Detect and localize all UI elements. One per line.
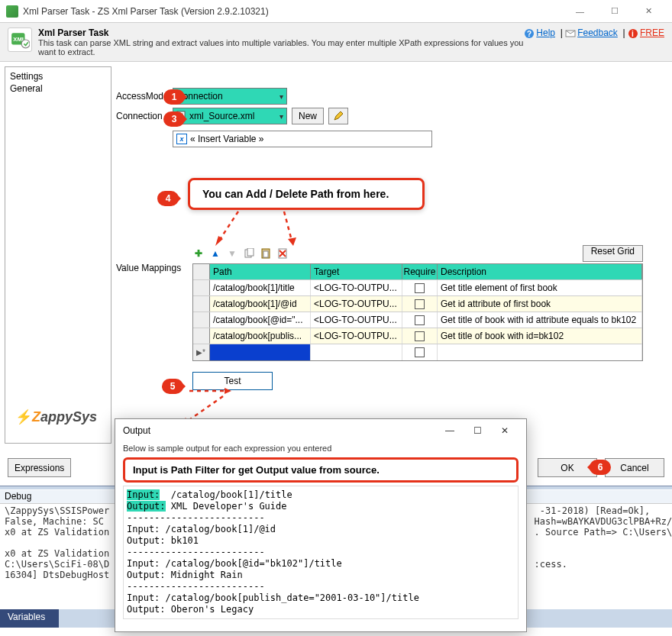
callout-5: 5 <box>162 379 183 394</box>
tree-item-general[interactable]: General <box>10 82 106 95</box>
pencil-icon <box>333 111 344 121</box>
col-path[interactable]: Path <box>210 264 311 279</box>
svg-rect-12 <box>263 251 268 257</box>
expressions-button[interactable]: Expressions <box>8 458 71 477</box>
free-link[interactable]: FREE <box>640 27 664 38</box>
reset-grid-button[interactable]: Reset Grid <box>583 245 643 262</box>
header-title: Xml Parser Task <box>38 27 524 38</box>
svg-point-2 <box>21 40 30 48</box>
connection-value: xml_Source.xml <box>189 111 254 121</box>
callout-6: 6 <box>590 460 611 475</box>
require-checkbox[interactable] <box>415 299 425 309</box>
grid-toolbar: ✚ ▲ ▼ Reset Grid <box>192 245 643 262</box>
new-connection-button[interactable]: New <box>292 108 324 124</box>
callout-4: 4 <box>157 191 179 206</box>
table-row-new[interactable]: ▶* <box>193 344 642 360</box>
task-icon: XML <box>8 27 32 52</box>
callout-3: 3 <box>163 111 185 127</box>
popup-close[interactable]: ✕ <box>491 420 519 441</box>
callout-add-delete: You can Add / Delete Path from here. <box>188 178 425 210</box>
require-checkbox[interactable] <box>415 347 425 357</box>
edit-connection-button[interactable] <box>328 108 348 124</box>
feedback-link[interactable]: Feedback <box>577 27 618 38</box>
col-description[interactable]: Description <box>438 264 642 279</box>
help-icon: ? <box>524 28 535 39</box>
right-pane: AccessMode: Connection ▾ Connection xml_… <box>116 66 667 444</box>
table-row[interactable]: /catalog/book[1]/@id <LOG-TO-OUTPU... Ge… <box>193 296 642 312</box>
paste-icon[interactable] <box>260 247 272 260</box>
popup-subtitle: Below is sample output for each expressi… <box>115 442 526 454</box>
chevron-down-icon: ▾ <box>279 92 283 101</box>
info-icon: i <box>628 28 638 39</box>
arrow-to-delete-icon <box>276 211 307 252</box>
insert-variable-field[interactable]: x « Insert Variable » <box>173 131 432 147</box>
main-area: Settings General AccessMode: Connection … <box>0 62 672 448</box>
require-checkbox[interactable] <box>415 283 425 293</box>
svg-marker-19 <box>225 388 231 394</box>
svg-rect-10 <box>247 248 254 256</box>
maximize-button[interactable]: ☐ <box>597 0 632 22</box>
variables-tab[interactable]: Variables <box>0 609 59 628</box>
svg-line-14 <box>219 211 238 241</box>
tree-item-settings[interactable]: Settings <box>10 70 106 82</box>
require-checkbox[interactable] <box>415 331 425 341</box>
svg-text:?: ? <box>527 30 531 38</box>
callout-path-filter: Input is Path Filter for get Output valu… <box>123 457 519 483</box>
table-row[interactable]: /catalog/book[publis... <LOG-TO-OUTPU...… <box>193 328 642 344</box>
header-description: This task can parse XML string and extra… <box>38 38 524 56</box>
callout-1: 1 <box>163 89 185 105</box>
output-popup: Output — ☐ ✕ Below is sample output for … <box>115 418 527 632</box>
cancel-button[interactable]: Cancel <box>605 458 664 477</box>
variable-icon: x <box>176 134 187 144</box>
popup-title: Output <box>123 425 436 436</box>
window-title: Xml Parser Task - ZS Xml Parser Task (Ve… <box>23 6 563 17</box>
grid-header: Path Target Require Description <box>193 264 642 280</box>
popup-output-text[interactable]: Input: /catalog/book[1]/title Output: XM… <box>123 486 519 619</box>
col-require[interactable]: Require <box>402 264 438 279</box>
svg-line-16 <box>284 211 292 241</box>
minimize-button[interactable]: — <box>563 0 597 22</box>
require-checkbox[interactable] <box>415 315 425 325</box>
bolt-icon: ⚡ <box>15 409 32 425</box>
table-row[interactable]: /catalog/book[1]/title <LOG-TO-OUTPU... … <box>193 280 642 296</box>
chevron-down-icon: ▾ <box>279 112 283 121</box>
col-target[interactable]: Target <box>311 264 402 279</box>
svg-marker-17 <box>288 237 296 246</box>
value-mappings-label: Value Mappings <box>116 263 181 273</box>
header-links: ?Help | Feedback | iFREE <box>524 27 664 39</box>
settings-tree[interactable]: Settings General <box>5 66 111 444</box>
header-band: XML Xml Parser Task This task can parse … <box>0 23 672 62</box>
insert-variable-label: « Insert Variable » <box>190 134 264 144</box>
help-link[interactable]: Help <box>536 27 555 38</box>
svg-text:i: i <box>632 30 634 38</box>
add-row-icon[interactable]: ✚ <box>192 247 205 260</box>
zappysys-logo: ⚡ZappySys <box>15 408 97 425</box>
popup-maximize[interactable]: ☐ <box>464 420 491 441</box>
app-icon <box>6 5 18 18</box>
close-button[interactable]: ✕ <box>632 0 666 22</box>
mail-icon <box>565 28 576 39</box>
table-row[interactable]: /catalog/book[@id="... <LOG-TO-OUTPU... … <box>193 312 642 328</box>
popup-minimize[interactable]: — <box>436 420 464 441</box>
value-mappings-grid[interactable]: Path Target Require Description /catalog… <box>192 263 643 361</box>
titlebar: Xml Parser Task - ZS Xml Parser Task (Ve… <box>0 0 672 23</box>
arrow-to-add-icon <box>215 211 246 252</box>
